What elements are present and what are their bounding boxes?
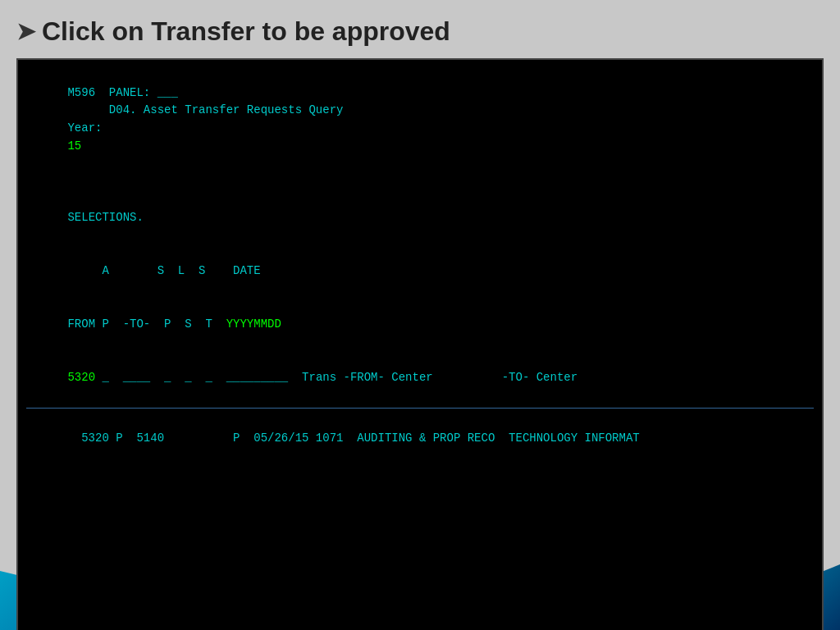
empty-2 [26,483,814,501]
blank-line-1 [26,173,814,191]
empty-4 [26,518,814,536]
empty-1 [26,465,814,483]
empty-7 [26,572,814,590]
terminal-screen: M596 PANEL: ___ D04. Asset Transfer Requ… [16,58,824,630]
header-year-label: Year: [67,121,102,135]
header-year-value: 15 [67,139,81,153]
empty-10 [26,625,814,630]
data-row[interactable]: 5320 P 5140 P 05/26/15 1071 AUDITING & P… [26,412,814,465]
empty-5 [26,536,814,555]
empty-9 [26,608,814,626]
empty-3 [26,501,814,519]
slide-title: Click on Transfer to be approved [16,16,824,47]
terminal-divider [26,408,814,409]
col-header-1: A S L S DATE [26,244,814,298]
empty-8 [26,590,814,608]
header-left: M596 PANEL: ___ [67,86,177,99]
data-row-container: 5320 P 5140 P 05/26/15 1071 AUDITING & P… [26,412,814,465]
terminal-header-line: M596 PANEL: ___ D04. Asset Transfer Requ… [26,66,814,173]
input-row[interactable]: 5320 _ ____ _ _ _ _________ Trans -FROM-… [26,351,814,404]
header-center: D04. Asset Transfer Requests Query [67,103,509,116]
col-header-2: FROM P -TO- P S T YYYYMMDD [26,298,814,351]
selections-label: SELECTIONS. [26,191,814,244]
empty-6 [26,555,814,573]
